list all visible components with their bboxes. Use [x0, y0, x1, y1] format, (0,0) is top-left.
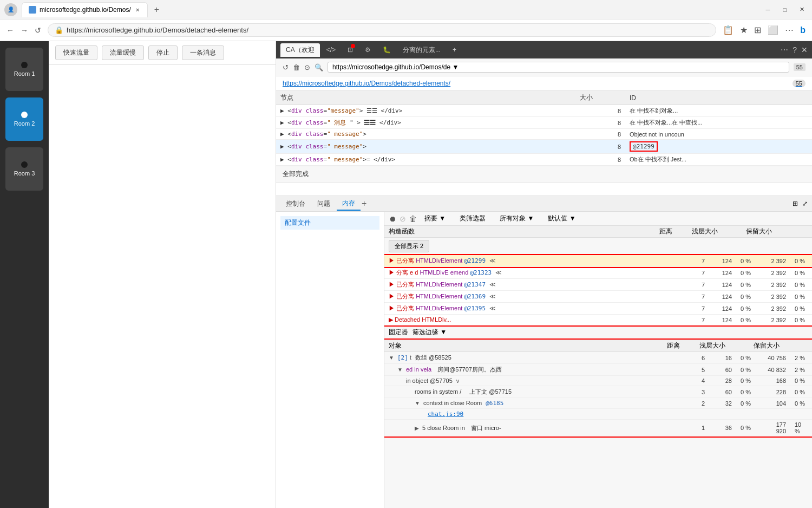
object-row-6[interactable]: ▶ 5 close Room in 窗口 micro- 1 36 0 % 177… [384, 420, 812, 437]
obj-label: 5 close Room in [422, 425, 465, 431]
tab-console[interactable]: 控制台 [280, 198, 311, 210]
at-ref-link[interactable]: @21395 [464, 305, 489, 312]
url-dropdown-icon[interactable]: ▼ [452, 63, 459, 71]
constructor-row-1[interactable]: ▶ 已分离 HTMLDivElement @21299 ≪ 7 124 0 % … [384, 255, 812, 267]
at-ref-link[interactable]: @21299 [464, 257, 489, 264]
slow-traffic-button[interactable]: 流量缓慢 [102, 45, 144, 60]
memory-panel: 配置文件 ⏺ ⊘ 🗑 摘要 ▼ 类筛选器 所有对象 ▼ 默认值 ▼ 构造函数 [276, 212, 812, 508]
more-icon[interactable]: ⋯ [781, 45, 788, 54]
more-tools-icon[interactable]: ⋯ [785, 25, 794, 35]
all-objects-dropdown[interactable]: 所有对象 ▼ [500, 214, 534, 223]
minimize-button[interactable]: ─ [763, 5, 774, 14]
help-icon[interactable]: ? [793, 45, 797, 54]
table-row[interactable]: ▶ <div class=" message">= </div> 8 Ob在 中… [276, 154, 812, 166]
profile-item[interactable]: 配置文件 [280, 216, 379, 230]
table-row[interactable]: ▶ <div class=" 消息 " > ☰☰ </div> 8 在 中找不对… [276, 117, 812, 129]
clear-button[interactable]: 🗑 [409, 214, 417, 223]
default-val-dropdown[interactable]: 默认值 ▼ [548, 214, 575, 223]
rooms-sidebar: Room 1 Room 2 Room 3 [0, 41, 49, 508]
share-icon[interactable]: ⬜ [768, 25, 778, 35]
tab-detached-elements[interactable]: 分离的元素... [397, 43, 446, 57]
collections-icon[interactable]: 📋 [723, 25, 734, 35]
new-tab-button[interactable]: + [150, 3, 163, 17]
close-devtools-button[interactable]: ✕ [801, 45, 808, 54]
obj-shallow: 16 [709, 352, 736, 364]
splitview-icon[interactable]: ⊞ [754, 25, 761, 35]
at-ref-link[interactable]: @21323 [470, 269, 495, 276]
record-button[interactable]: ⏺ [389, 214, 396, 223]
url-count-badge: 55 [793, 80, 806, 87]
maximize-button[interactable]: □ [780, 5, 790, 14]
active-tab[interactable]: microsoftedge.github.io/Demos/ ✕ [22, 2, 148, 17]
tab-elements[interactable]: </> [321, 44, 341, 56]
element-type: HTMLDivElement [416, 257, 462, 264]
show-all-button[interactable]: 全部显示 2 [389, 240, 429, 252]
tab-new-plus[interactable]: + [447, 44, 462, 56]
obj-retained: 168 [763, 376, 790, 386]
summary-dropdown[interactable]: 摘要 ▼ [424, 214, 446, 223]
tab-memory[interactable]: 内存 [337, 197, 361, 211]
object-row-2[interactable]: in object @57705 v 4 28 0 % 168 0 % [384, 376, 812, 386]
at-ref-link[interactable]: @21347 [464, 281, 489, 288]
fast-traffic-button[interactable]: 快速流量 [55, 45, 97, 60]
add-tab-button[interactable]: + [362, 199, 366, 209]
object-row-4[interactable]: ▼ context in close Room @6185 2 32 0 % 1… [384, 398, 812, 409]
clear-snapshot-icon[interactable]: 🗑 [293, 63, 300, 71]
constructor-row-6[interactable]: ▶ Detached HTMLDiv... 7 124 0 % 2 392 0 … [384, 315, 812, 325]
detached-label: ▶ Detached HTMLDiv... [389, 316, 451, 323]
obj-label: context in close Room [423, 400, 482, 406]
room-3-label: Room 3 [14, 170, 35, 177]
tab-ca-welcome[interactable]: CA（欢迎 [280, 43, 320, 57]
ca-label: CA（欢迎 [286, 46, 315, 54]
object-row-3[interactable]: rooms in system / 上下文 @57715 3 60 0 % 22… [384, 386, 812, 398]
room-1-item[interactable]: Room 1 [5, 48, 43, 91]
favorites-icon[interactable]: ★ [740, 25, 748, 35]
stop-button[interactable]: 停止 [148, 45, 178, 60]
tab-issues[interactable]: 问题 [312, 198, 336, 210]
search-devtools-icon[interactable]: 🔍 [315, 63, 323, 71]
element-type: HTMLDivE emend [420, 269, 468, 276]
url-filter-input[interactable]: https://microsoftedge.github.io/Demos/de… [328, 62, 789, 73]
object-row-1[interactable]: ▼ ed in vela 房间@57707房间。杰西 5 60 0 % 40 8… [384, 364, 812, 376]
constructor-table: ▶ 已分离 HTMLDivElement @21299 ≪ 7 124 0 % … [384, 255, 812, 325]
at-ref-link[interactable]: @21369 [464, 293, 489, 300]
node-code: ▶ <div class=" message"> [280, 143, 366, 150]
table-row[interactable]: ▶ <div class=" message"> 8 @21299 [276, 140, 812, 154]
room-3-item[interactable]: Room 3 [5, 147, 43, 191]
url-bar[interactable]: 🔒 https://microsoftedge.github.io/Demos/… [48, 23, 716, 37]
bing-icon[interactable]: b [800, 25, 806, 35]
tab-performance[interactable]: ⚙ [359, 44, 376, 56]
table-row[interactable]: ▶ <div class="message"> ☰☰ </div> 8 在 中找… [276, 105, 812, 117]
tab-debugger[interactable]: 🐛 [377, 44, 396, 56]
obj-desc: 房间@57707房间。杰西 [437, 366, 502, 373]
forward-button[interactable]: → [21, 26, 28, 35]
shallow-val: 124 [709, 267, 736, 279]
source-link[interactable]: chat.js:90 [428, 411, 463, 418]
constructor-row-2[interactable]: ▶ 分离 e d HTMLDivE emend @21323 ≪ 7 124 0… [384, 267, 812, 279]
table-row[interactable]: ▶ <div class=" message"> 8 Object not in… [276, 129, 812, 140]
node-code: ▶ <div class="message"> ☰☰ </div> [280, 107, 402, 114]
retained-val: 2 392 [763, 255, 790, 267]
detach-icon[interactable]: ⊞ [793, 200, 798, 207]
room-2-item[interactable]: Room 2 [5, 97, 43, 141]
tab-close-button[interactable]: ✕ [134, 6, 141, 14]
reload-snapshot-icon[interactable]: ↺ [283, 63, 289, 71]
back-button[interactable]: ← [6, 26, 14, 35]
objects-col-header: 对象 [389, 341, 667, 350]
expand-icon[interactable]: ⤢ [802, 200, 808, 207]
object-row-0[interactable]: ▼ [2] t 数组 @58525 6 16 0 % 40 756 2 % [384, 352, 812, 364]
tree-arrow: ▼ [389, 355, 394, 361]
link-icon: ≪ [489, 257, 496, 264]
constructor-row-3[interactable]: ▶ 已分离 HTMLDivElement @21347 ≪ 7 124 0 % … [384, 279, 812, 291]
close-window-button[interactable]: ✕ [796, 5, 808, 14]
refresh-button[interactable]: ↺ [35, 26, 41, 35]
constructor-row-5[interactable]: ▶ 已分离 HTMLDivElement @21395 ≪ 7 124 0 % … [384, 303, 812, 315]
tab-network[interactable]: ⊡ [342, 44, 358, 56]
distance-val: 7 [677, 291, 709, 303]
toggle-icon[interactable]: ⊙ [304, 63, 310, 71]
constructor-row-4[interactable]: ▶ 已分离 HTMLDivElement @21369 ≪ 7 124 0 % … [384, 291, 812, 303]
obj-retained: 177 920 [763, 420, 790, 437]
stop-button[interactable]: ⊘ [400, 214, 406, 223]
filter-edge-dropdown[interactable]: 筛选边缘 ▼ [412, 328, 447, 337]
one-message-button[interactable]: 一条消息 [182, 45, 224, 60]
